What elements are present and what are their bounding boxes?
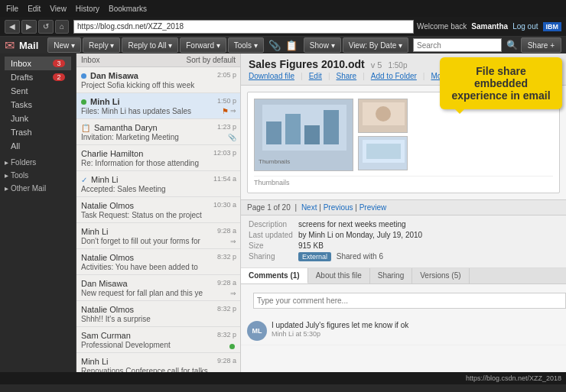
page-count: Page 1 of 20 — [247, 203, 291, 212]
svg-rect-5 — [324, 110, 339, 144]
logout-link[interactable]: Log out — [512, 22, 538, 31]
tab-about[interactable]: About this file — [308, 268, 370, 283]
email-item[interactable]: Natalie Olmos Task Request: Status on th… — [76, 197, 240, 223]
tools-arrow-icon: ▸ — [5, 171, 8, 180]
sidebar-item-trash[interactable]: Trash — [5, 125, 71, 139]
user-name: Samantha — [471, 22, 508, 31]
welcome-area: Welcome back Samantha Log out IBM — [417, 22, 561, 31]
menu-edit[interactable]: Edit — [28, 5, 41, 13]
meta-size: Size 915 KB — [249, 241, 558, 250]
file-time: 1:50p — [388, 61, 407, 70]
thumbnail-2[interactable] — [358, 136, 408, 170]
previous-link[interactable]: Previous — [324, 203, 353, 212]
menu-file[interactable]: File — [6, 5, 18, 13]
home-button[interactable]: ⌂ — [55, 20, 69, 34]
download-link[interactable]: Download file — [249, 72, 294, 80]
sidebar-item-folders[interactable]: ▸ Folders — [0, 156, 76, 169]
next-link[interactable]: Next — [301, 203, 317, 212]
tools-button[interactable]: Tools ▾ — [228, 37, 264, 53]
tab-comments[interactable]: Comments (1) — [241, 268, 308, 283]
reload-button[interactable]: ↺ — [38, 20, 54, 34]
menu-view[interactable]: View — [50, 5, 67, 13]
email-item[interactable]: ✓ Minh Li Accepted: Sales Meeting 11:54 … — [76, 171, 240, 197]
callout-bubble: File share embedded experience in email — [440, 57, 562, 109]
description-label: Description — [249, 220, 298, 228]
main-preview-image[interactable]: Thumbnails — [254, 99, 353, 171]
external-badge[interactable]: External — [298, 252, 331, 261]
attach-icon: 📎 — [228, 134, 236, 141]
sidebar-item-other-mail[interactable]: ▸ Other Mail — [0, 182, 76, 195]
email-item[interactable]: Dan Misawa Project Sofia kicking off thi… — [76, 67, 240, 93]
email-time: 10:30 a — [213, 201, 236, 209]
url-input[interactable] — [73, 20, 414, 34]
email-item[interactable]: Minh Li Don't forget to fill out your fo… — [76, 223, 240, 249]
email-sender: Charlie Hamilton — [81, 149, 236, 158]
last-updated-value: by Minh Li on Monday, July 19, 2010 — [298, 231, 422, 239]
sidebar-item-sent[interactable]: Sent — [5, 84, 71, 98]
welcome-text: Welcome back — [417, 22, 467, 31]
email-subject: Professional Development — [81, 341, 236, 349]
sidebar-item-tasks[interactable]: Tasks — [5, 98, 71, 112]
search-input[interactable] — [413, 38, 502, 52]
sidebar-item-junk[interactable]: Junk — [5, 112, 71, 125]
drafts-label: Drafts — [11, 73, 33, 82]
trash-label: Trash — [11, 128, 32, 137]
new-button[interactable]: New ▾ — [47, 37, 81, 53]
reply-all-button[interactable]: Reply to All ▾ — [122, 37, 178, 53]
share-button[interactable]: Share + — [521, 37, 561, 53]
email-time: 11:54 a — [213, 175, 236, 183]
description-value: screens for next weeks meeting — [298, 220, 406, 228]
menu-history[interactable]: History — [76, 5, 99, 13]
email-subject: New request for fall plan and this ye — [81, 289, 236, 297]
add-to-folder-link[interactable]: Add to Folder — [371, 72, 417, 80]
sidebar-item-all[interactable]: All — [5, 139, 71, 153]
thumbnail-1[interactable] — [358, 99, 408, 133]
email-item[interactable]: 📋 Samantha Daryn Invitation: Marketing M… — [76, 119, 240, 145]
share-link[interactable]: Share — [337, 72, 357, 80]
email-content-panel: Sales Figures 2010.odt v 5 1:50p Downloa… — [241, 53, 566, 372]
svg-rect-2 — [266, 121, 281, 144]
view-by-date-button[interactable]: View: By Date ▾ — [343, 37, 408, 53]
email-sender: Natalie Olmos — [81, 253, 236, 262]
sidebar-item-inbox[interactable]: Inbox 3 — [5, 57, 71, 70]
email-subject: Re: Information for those attending — [81, 159, 236, 167]
email-icons: ⇒ — [230, 290, 236, 297]
email-item[interactable]: Minh Li Renovations Conference call for … — [76, 353, 240, 372]
email-item[interactable]: Dan Misawa New request for fall plan and… — [76, 275, 240, 301]
email-item[interactable]: Minh Li Files: Minh Li has updates Sales… — [76, 93, 240, 119]
sort-label[interactable]: Sort by default — [187, 56, 236, 64]
email-icons: ⚑ ⇒ — [222, 107, 236, 115]
edit-link[interactable]: Edit — [309, 72, 322, 80]
tab-sharing[interactable]: Sharing — [370, 268, 412, 283]
reply-button[interactable]: Reply ▾ — [83, 37, 120, 53]
comment-input[interactable] — [253, 293, 566, 309]
tasks-label: Tasks — [11, 100, 32, 109]
all-label: All — [11, 141, 20, 151]
tab-versions[interactable]: Versions (5) — [412, 268, 469, 283]
paperclip-icon: 📎 — [268, 40, 281, 51]
sharing-label: Sharing — [249, 252, 298, 261]
tools-label: Tools — [11, 171, 28, 180]
sidebar-item-tools[interactable]: ▸ Tools — [0, 169, 76, 182]
email-item[interactable]: Sam Curman Professional Development 8:32… — [76, 327, 240, 353]
back-button[interactable]: ◀ — [5, 20, 20, 34]
sidebar-item-drafts[interactable]: Drafts 2 — [5, 70, 71, 84]
forward-button[interactable]: Forward ▾ — [180, 37, 226, 53]
sharing-detail: Shared with 6 — [337, 252, 383, 261]
email-item[interactable]: Natalie Olmos Shhh!! It's a surprise 8:3… — [76, 301, 240, 327]
statusbar: https://blog.csdn.net/XZZ_2018 — [0, 372, 566, 384]
search-icon[interactable]: 🔍 — [506, 40, 518, 50]
email-item[interactable]: Charlie Hamilton Re: Information for tho… — [76, 145, 240, 171]
main-layout: Inbox 3 Drafts 2 Sent Tasks Junk Trash A… — [0, 53, 566, 372]
preview-link[interactable]: Preview — [359, 203, 387, 212]
forward-button[interactable]: ▶ — [21, 20, 37, 34]
app-name: Mail — [19, 40, 38, 51]
menu-bookmarks[interactable]: Bookmarks — [109, 5, 147, 13]
email-sender: 📋 Samantha Daryn — [81, 123, 236, 132]
content-tabs: Comments (1) About this file Sharing Ver… — [241, 268, 566, 284]
email-subject: Renovations Conference call for talks — [81, 367, 236, 372]
show-button[interactable]: Show ▾ — [304, 37, 341, 53]
email-time: 8:32 p — [217, 331, 236, 339]
email-item[interactable]: Natalie Olmos Activities: You have been … — [76, 249, 240, 275]
flag-icon: ⚑ — [222, 107, 229, 115]
